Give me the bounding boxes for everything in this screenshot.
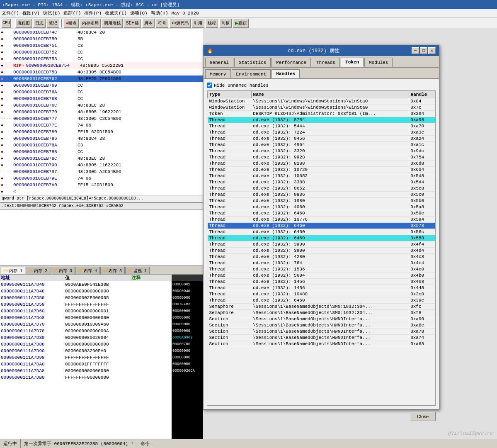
- table-row[interactable]: Threadod.exe (1932): 39000x4f4: [208, 241, 435, 248]
- mem-row[interactable]: 00000000111A7D70 0000000010D09A60: [0, 321, 172, 328]
- mem-row[interactable]: 00000000111A7D68 0000000000000000: [0, 314, 172, 321]
- mem-row[interactable]: 00000000111A7DA0 00000001FFFFFFFF: [0, 361, 172, 368]
- btn-flowchart[interactable]: 流程图: [15, 19, 32, 28]
- code-row-selected[interactable]: ● ↓ 0000000010CEB762 48:FF25 7F0D1500: [0, 75, 203, 82]
- code-row[interactable]: ● 0000000010CEB76C 48:83EC 28: [0, 102, 203, 109]
- code-row[interactable]: ● 0000000010CEB751 C3: [0, 42, 203, 49]
- table-row[interactable]: Section\Sessions\1\BaseNamedObjects\HWND…: [208, 329, 435, 335]
- mem-row[interactable]: 00000000111A7DB0 FFFFFFFF00000000: [0, 374, 172, 381]
- table-row[interactable]: Semaphore\Sessions\1\BaseNamedObjects\SM…: [208, 310, 435, 316]
- btn-trace[interactable]: ▶ 跟踪: [233, 19, 249, 28]
- mem-row[interactable]: 00000000111A7D78 000000000000000A: [0, 328, 172, 334]
- tab-performance[interactable]: Performance: [272, 58, 311, 67]
- btn-source[interactable]: <> 源代码: [170, 19, 191, 28]
- hide-unnamed-checkbox[interactable]: [207, 83, 212, 88]
- dialog-close-btn[interactable]: ✕: [428, 47, 436, 54]
- table-row[interactable]: Threadod.exe (1932): 106520x5d8: [208, 173, 435, 179]
- code-row[interactable]: ● 0000000010CEB75B 48:3305 DEC54B00: [0, 69, 203, 75]
- mem-row[interactable]: 00000000111A7D60 0000000000000001: [0, 308, 172, 314]
- mem-row[interactable]: 00000000111A7D48 0000000000000000: [0, 288, 172, 295]
- menu-view[interactable]: 视图(V): [22, 10, 40, 16]
- mem-row[interactable]: 00000000111A7D98 FFFFFFFFFFFFFFFF: [0, 354, 172, 361]
- btn-symbols[interactable]: 符号: [156, 19, 168, 28]
- table-row[interactable]: Threadod.exe (1932): 14560x468: [208, 279, 435, 285]
- code-row[interactable]: ● 0000000010CEB750 5B: [0, 36, 203, 42]
- code-row-rip[interactable]: ● RIP→ 0000000010CEB754 48:8B05 C5622201: [0, 62, 203, 69]
- mem-tab-4[interactable]: 🗃内存 4: [75, 267, 100, 274]
- table-row[interactable]: Threadod.exe (1932): 94560xa24: [208, 136, 435, 142]
- table-row[interactable]: WindowStation\Sessions\1\Windows\WindowS…: [208, 98, 435, 105]
- code-row[interactable]: ● 0000000010CEB78B CC: [0, 149, 203, 155]
- table-row[interactable]: Section\Sessions\1\BaseNamedObjects\HWND…: [208, 335, 435, 341]
- table-row[interactable]: Threadod.exe (1932): 64600x56c: [208, 229, 435, 235]
- tab-general[interactable]: General: [205, 58, 233, 67]
- table-row[interactable]: Threadod.exe (1932): 7640x4c4: [208, 260, 435, 266]
- btn-log[interactable]: 日志: [33, 19, 46, 28]
- code-row[interactable]: ● 0000000010CEB78C 48:83EC 28: [0, 155, 203, 162]
- dialog-restore-btn[interactable]: □: [420, 47, 427, 54]
- code-row[interactable]: ---- 0000000010CEB797 48:3305 A2C54B00: [0, 168, 203, 175]
- mem-tab-1[interactable]: 🗃内存 1: [1, 267, 25, 274]
- menu-plugin[interactable]: 插件(P): [84, 10, 102, 16]
- table-row[interactable]: Threadod.exe (1932): 86520x5c8: [208, 185, 435, 192]
- mem-row[interactable]: 00000000111A7D58 FFFFFFFFFFFFFFFF: [0, 301, 172, 308]
- table-row[interactable]: Threadod.exe (1932): 14560x448: [208, 285, 435, 291]
- code-row[interactable]: ● 0000000010CEB74C 48:83C4 20: [0, 29, 203, 36]
- table-row[interactable]: Threadod.exe (1932): 107760x594: [208, 217, 435, 223]
- code-row[interactable]: ● 0000000010CEB77E 74 06: [0, 122, 203, 129]
- table-row[interactable]: Threadod.exe (1932): 64600x578: [208, 223, 435, 229]
- mem-row[interactable]: 00000000111A7D50 000000002E000005: [0, 295, 172, 301]
- table-row[interactable]: Threadod.exe (1932): 33880x5d4: [208, 179, 435, 185]
- table-row[interactable]: Threadod.exe (1932): 72240xa3c: [208, 129, 435, 136]
- mem-row[interactable]: 00000000111A7D90 000000003200FA0: [0, 348, 172, 354]
- code-row[interactable]: ● 0000000010CEB786 48:83C4 28: [0, 135, 203, 142]
- table-row[interactable]: Threadod.exe (1932): 87840xa98: [208, 117, 435, 123]
- btn-cpu[interactable]: CPU: [2, 19, 11, 28]
- table-row[interactable]: Threadod.exe (1932): 99280x754: [208, 154, 435, 161]
- tab-token[interactable]: Token: [341, 58, 364, 67]
- tab-handles[interactable]: Handles: [272, 69, 300, 78]
- menu-file[interactable]: 文件(F): [2, 10, 19, 16]
- table-row[interactable]: Threadod.exe (1932): 54440xa70: [208, 123, 435, 129]
- mem-tab-5[interactable]: 🗃内存 5: [100, 267, 125, 274]
- code-row[interactable]: ● 0000000010CEB780 FF15 620D1500: [0, 129, 203, 135]
- table-row[interactable]: Threadod.exe (1932): 40600x5a8: [208, 204, 435, 210]
- menu-trace[interactable]: 追踪(T): [63, 10, 81, 16]
- code-row[interactable]: ● 0000000010CEB790 48:8B05 11622201: [0, 162, 203, 168]
- code-row[interactable]: ● 0000000010CEB752 CC: [0, 49, 203, 56]
- table-row[interactable]: Section\Sessions\1\BaseNamedObjects\HWND…: [208, 322, 435, 329]
- menu-options[interactable]: 选项(O): [130, 10, 148, 16]
- btn-script[interactable]: 脚本: [142, 19, 155, 28]
- tab-memory[interactable]: Memory: [205, 69, 231, 78]
- code-row[interactable]: ● 0000000010CEB76A CC: [0, 89, 203, 95]
- table-row[interactable]: Threadod.exe (1932): 39000x4d4: [208, 248, 435, 254]
- tab-modules[interactable]: Modules: [364, 58, 393, 67]
- tab-threads[interactable]: Threads: [312, 58, 340, 67]
- btn-breakpoint[interactable]: ● 断点: [64, 19, 79, 28]
- mem-row[interactable]: 00000000111A7DA8 0000000000000000: [0, 368, 172, 374]
- mem-tab-3[interactable]: 🗃内存 3: [51, 267, 75, 274]
- table-row[interactable]: Threadod.exe (1932): 49640xa1c: [208, 142, 435, 148]
- code-row[interactable]: ● 0000000010CEB76B CC: [0, 95, 203, 102]
- btn-refs[interactable]: 引用: [192, 19, 204, 28]
- mem-row[interactable]: 00000000111A7D80 0000000080020004: [0, 334, 172, 341]
- table-row[interactable]: Threadod.exe (1932): 104800x3c0: [208, 291, 435, 297]
- table-row[interactable]: Threadod.exe (1932): 19800x5b0: [208, 198, 435, 204]
- menu-favorites[interactable]: 收藏夹(I): [105, 10, 127, 16]
- menu-debug[interactable]: 调试(D): [43, 10, 61, 16]
- menu-help[interactable]: 帮助(H): [151, 10, 168, 16]
- table-row[interactable]: WindowStation\Sessions\1\Windows\WindowS…: [208, 105, 435, 111]
- btn-memory-layout[interactable]: 内存布局: [80, 19, 101, 28]
- btn-notes[interactable]: 笔记: [47, 19, 59, 28]
- table-row[interactable]: TokenDESKTOP-9L3D43J\Administrator: 0x3f…: [208, 111, 435, 117]
- table-row[interactable]: Threadod.exe (1932): 15360x4c0: [208, 266, 435, 273]
- close-button[interactable]: Close: [410, 412, 436, 421]
- code-row[interactable]: ---- 0000000010CEB777 48:3305 C2C54B00: [0, 115, 203, 122]
- table-row[interactable]: Threadod.exe (1932): 42800x4c8: [208, 254, 435, 260]
- table-row[interactable]: Section\Sessions\1\BaseNamedObjects\HWND…: [208, 341, 435, 347]
- handles-table-scroll[interactable]: Type Name Handle WindowStation\Sessions\…: [207, 90, 436, 406]
- table-row[interactable]: Section\Sessions\1\BaseNamedObjects\HWND…: [208, 316, 435, 322]
- table-row[interactable]: Threadod.exe (1932): 64600x59c: [208, 210, 435, 217]
- code-row[interactable]: ● 0000000010CEB753 CC: [0, 56, 203, 62]
- dialog-minimize-btn[interactable]: ─: [412, 47, 419, 54]
